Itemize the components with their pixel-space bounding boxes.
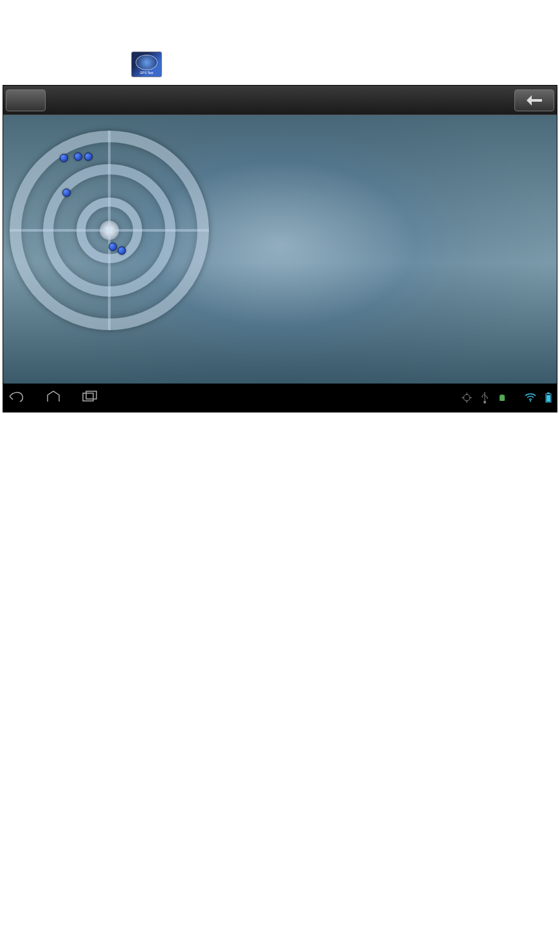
svg-point-2 bbox=[464, 394, 470, 401]
screenshot-header bbox=[3, 86, 557, 115]
ordered-list bbox=[3, 44, 557, 77]
wifi-icon bbox=[525, 393, 536, 404]
satellite-dot bbox=[62, 189, 71, 197]
gps-screenshot bbox=[3, 85, 557, 412]
list-item bbox=[108, 51, 557, 77]
gps-radar bbox=[10, 131, 209, 330]
nav-home-icon[interactable] bbox=[46, 390, 61, 407]
usb-icon bbox=[481, 392, 489, 405]
satellite-dot bbox=[60, 154, 68, 162]
satellite-dot bbox=[84, 153, 93, 161]
screenshot-body bbox=[3, 115, 557, 384]
svg-rect-0 bbox=[83, 393, 93, 401]
battery-icon bbox=[545, 393, 552, 405]
android-nav-bar bbox=[3, 384, 557, 412]
satellite-dot bbox=[118, 246, 126, 255]
satellite-dot bbox=[109, 243, 117, 251]
satellite-dot bbox=[74, 153, 82, 161]
svg-point-3 bbox=[483, 401, 486, 403]
svg-rect-4 bbox=[500, 396, 505, 401]
android-icon bbox=[498, 393, 507, 405]
list-number bbox=[108, 51, 120, 77]
svg-point-7 bbox=[530, 400, 531, 401]
svg-rect-1 bbox=[86, 391, 96, 399]
svg-point-6 bbox=[503, 394, 503, 394]
svg-rect-9 bbox=[547, 393, 550, 394]
list-text bbox=[130, 51, 163, 77]
gps-test-app-icon bbox=[131, 51, 162, 77]
target-icon bbox=[462, 393, 472, 405]
nav-recent-icon[interactable] bbox=[82, 390, 98, 407]
back-button[interactable] bbox=[514, 89, 554, 111]
nav-back-icon[interactable] bbox=[8, 390, 25, 407]
reset-button[interactable] bbox=[6, 89, 46, 111]
svg-point-5 bbox=[500, 394, 501, 394]
svg-rect-10 bbox=[546, 395, 550, 402]
back-arrow-icon bbox=[527, 95, 542, 106]
